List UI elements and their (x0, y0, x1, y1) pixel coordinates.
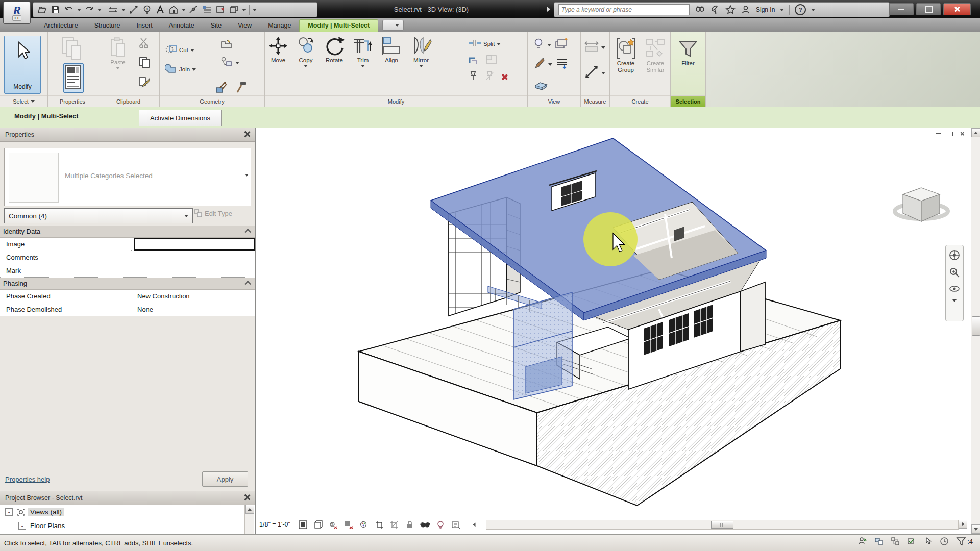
detail-level-icon[interactable] (297, 519, 309, 530)
type-selector-dropdown-icon[interactable] (244, 174, 249, 177)
measure-dropdown-icon[interactable] (121, 9, 126, 11)
reveal-hidden-elements-icon[interactable] (435, 519, 447, 530)
tab-site[interactable]: Site (203, 20, 230, 32)
apply-button[interactable]: Apply (202, 471, 248, 487)
activate-dimensions-button[interactable]: Activate Dimensions (139, 110, 222, 126)
zoom-icon[interactable] (949, 267, 960, 278)
open-icon[interactable] (37, 5, 47, 15)
property-row-phase-demolished[interactable]: Phase Demolished None (0, 303, 255, 316)
measure-between-icon[interactable] (584, 40, 599, 55)
visibility-graphics-icon[interactable] (554, 38, 568, 52)
expander-icon[interactable]: - (5, 508, 13, 516)
search-input[interactable] (558, 4, 690, 15)
help-icon[interactable]: ? (795, 4, 806, 15)
drawing-area[interactable] (256, 128, 971, 535)
property-row-image[interactable]: Image (0, 238, 255, 251)
join-geometry-button[interactable]: Join (165, 63, 196, 76)
visual-style-icon[interactable] (312, 519, 324, 530)
save-icon[interactable] (51, 5, 61, 15)
panel-label-selection[interactable]: Selection (671, 95, 705, 107)
create-group-button[interactable]: Create Group (612, 38, 640, 73)
view-minimize-icon[interactable] (934, 130, 943, 137)
orbit-icon[interactable] (949, 284, 960, 293)
3d-view-dropdown-icon[interactable] (182, 9, 186, 11)
panel-label-measure[interactable]: Measure (581, 95, 609, 107)
rendering-dialog-icon[interactable] (358, 519, 370, 530)
redo-dropdown-icon[interactable] (97, 9, 102, 11)
panel-label-geometry[interactable]: Geometry (160, 95, 264, 107)
properties-filter-combo[interactable]: Common (4) (4, 208, 193, 223)
tab-modify-multi-select[interactable]: Modify | Multi-Select (299, 19, 378, 32)
navbar-more-icon[interactable] (952, 299, 957, 302)
paint-icon[interactable] (215, 81, 228, 96)
delete-icon[interactable] (501, 73, 508, 81)
tab-structure[interactable]: Structure (86, 20, 129, 32)
hscroll-right-arrow[interactable] (959, 520, 967, 529)
property-row-phase-created[interactable]: Phase Created New Construction (0, 290, 255, 303)
temporary-hide-isolate-icon[interactable] (420, 519, 431, 530)
rotate-button[interactable]: Rotate (323, 36, 346, 67)
project-browser-header[interactable]: Project Browser - Select.rvt (0, 491, 255, 505)
undo-dropdown-icon[interactable] (77, 9, 81, 11)
panel-label-view[interactable]: View (528, 95, 580, 107)
temporary-view-properties-icon[interactable] (450, 519, 462, 530)
customize-qat-icon[interactable] (253, 9, 257, 11)
cut-geometry-button[interactable]: Cut (165, 44, 194, 56)
editing-requests-icon[interactable] (858, 537, 867, 546)
close-hidden-windows-icon[interactable] (215, 5, 226, 15)
linework-icon[interactable] (555, 57, 569, 71)
undo-icon[interactable] (64, 5, 74, 15)
scale-button[interactable]: 1/8" = 1'-0" (259, 521, 290, 528)
phasing-group-header[interactable]: Phasing (0, 278, 255, 290)
3d-view-scene[interactable] (256, 128, 970, 535)
cope-icon[interactable] (220, 39, 233, 52)
mirror-button[interactable]: Mirror (410, 36, 432, 67)
sign-in-user-icon[interactable] (741, 5, 751, 15)
view-restore-icon[interactable] (946, 130, 954, 137)
tab-architecture[interactable]: Architecture (36, 20, 86, 32)
favorites-star-icon[interactable] (725, 5, 736, 15)
project-browser-close-icon[interactable] (243, 494, 250, 500)
panel-label-select[interactable]: Select (0, 95, 47, 107)
switch-windows-icon[interactable] (229, 5, 239, 15)
panel-label-create[interactable]: Create (610, 95, 670, 107)
panel-label-properties[interactable]: Properties (48, 95, 97, 107)
properties-help-link[interactable]: Properties help (5, 475, 50, 483)
worksets-icon[interactable] (874, 537, 884, 546)
application-menu-button[interactable]: R LT (3, 2, 31, 24)
offset-elements-icon[interactable] (220, 56, 233, 69)
identity-data-group-header[interactable]: Identity Data (0, 226, 255, 238)
panel-label-modify[interactable]: Modify (265, 95, 527, 107)
copy-button[interactable]: Copy (296, 36, 316, 67)
vscroll-thumb[interactable] (972, 316, 980, 336)
align-button[interactable]: Align (380, 36, 403, 67)
match-type-icon[interactable] (138, 76, 151, 90)
filter-button[interactable]: Filter (675, 39, 701, 66)
thin-lines-icon[interactable] (202, 5, 212, 15)
expander-icon[interactable]: - (18, 522, 26, 530)
sun-path-icon[interactable]: G (328, 519, 339, 530)
vcb-scroll-left-icon[interactable] (469, 519, 480, 530)
section-box-plane[interactable] (513, 292, 572, 399)
pin-icon[interactable] (468, 70, 478, 84)
design-options-icon[interactable] (891, 537, 900, 546)
view-close-icon[interactable] (958, 130, 966, 137)
demolish-hammer-icon[interactable] (234, 81, 248, 96)
text-icon[interactable] (155, 5, 165, 15)
tab-manage[interactable]: Manage (260, 20, 299, 32)
sign-in-label[interactable]: Sign In (756, 6, 775, 13)
type-properties-icon[interactable] (61, 37, 84, 63)
tab-view[interactable]: View (230, 20, 260, 32)
copy-to-clipboard-icon[interactable] (138, 56, 151, 70)
crop-region-visibility-icon[interactable] (389, 519, 401, 530)
background-processes-icon[interactable] (940, 537, 949, 546)
split-button[interactable]: Split (468, 39, 501, 49)
tree-item-views-all[interactable]: - Views (all) (0, 505, 255, 519)
section-icon[interactable] (189, 5, 199, 15)
ribbon-display-toggle[interactable] (382, 20, 404, 31)
search-icon[interactable] (695, 5, 705, 15)
help-dropdown-icon[interactable] (811, 9, 815, 11)
exclude-options-icon[interactable] (907, 537, 916, 546)
communication-center-icon[interactable] (710, 5, 720, 15)
aligned-dimension-icon[interactable] (129, 5, 139, 15)
